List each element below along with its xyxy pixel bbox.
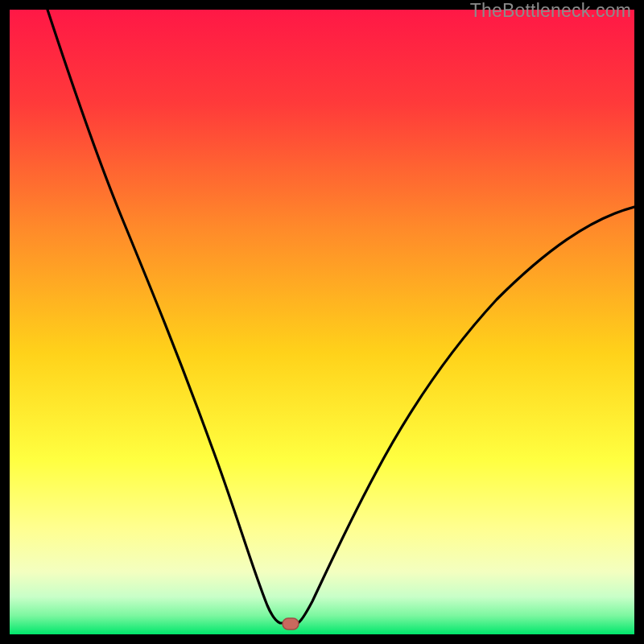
watermark-text: TheBottleneck.com [470, 0, 631, 22]
gradient-background [10, 10, 634, 634]
bottleneck-plot [10, 10, 634, 634]
minimum-marker [283, 618, 299, 630]
chart-frame [10, 10, 634, 634]
